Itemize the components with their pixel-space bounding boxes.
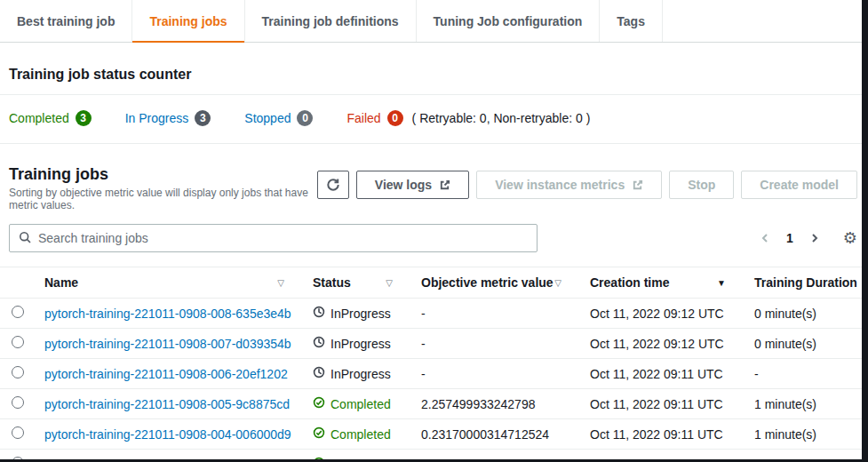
search-input[interactable]	[38, 231, 528, 245]
screen-edge-right	[862, 0, 868, 462]
training-duration: 1 minute(s)	[745, 389, 868, 419]
search-icon	[19, 231, 31, 246]
header-creation-time[interactable]: Creation time ▼	[581, 267, 745, 299]
header-status[interactable]: Status ▽	[304, 267, 412, 299]
metric-value: 0.23170000314712524	[412, 419, 581, 450]
clock-icon	[313, 306, 325, 321]
status-stopped-link[interactable]: Stopped 0	[244, 110, 313, 126]
table-row: pytorch-training-221011-0908-005-9c8875c…	[0, 389, 868, 419]
row-radio[interactable]	[12, 306, 24, 318]
settings-gear-icon[interactable]: ⚙	[843, 230, 857, 246]
status-inprogress-badge: 3	[195, 110, 211, 126]
clock-icon	[313, 366, 325, 381]
panel-title: Training jobs	[9, 165, 317, 184]
training-duration: -	[745, 359, 868, 389]
tab-best-training-job[interactable]: Best training job	[0, 0, 132, 42]
status-completed-label: Completed	[9, 111, 69, 125]
tab-tags[interactable]: Tags	[600, 0, 663, 42]
table-header-row: Name ▽ Status ▽ Objective metric value ▽…	[0, 267, 868, 299]
external-link-icon	[439, 179, 450, 191]
sort-descending-icon[interactable]: ▼	[717, 278, 726, 288]
status-failed-group: Failed 0 ( Retryable: 0, Non-retryable: …	[346, 110, 590, 126]
creation-time: Oct 11, 2022 09:11 UTC	[581, 359, 745, 389]
filter-icon[interactable]: ▽	[386, 278, 393, 288]
row-radio[interactable]	[12, 396, 24, 409]
table-row: pytorch-training-221011-0908-007-d039354…	[0, 329, 868, 359]
training-jobs-table: Name ▽ Status ▽ Objective metric value ▽…	[0, 267, 868, 462]
view-instance-metrics-button[interactable]: View instance metrics	[476, 171, 662, 199]
job-name-link[interactable]: pytorch-training-221011-0908-006-20ef120…	[44, 367, 288, 381]
creation-time: Oct 11, 2022 09:12 UTC	[581, 299, 745, 329]
panel-actions: View logs View instance metrics Stop Cre…	[317, 171, 857, 199]
external-link-icon	[632, 179, 643, 191]
table-row: pytorch-training-221011-0908-006-20ef120…	[0, 359, 868, 389]
job-name-link[interactable]: pytorch-training-221011-0908-004-006000d…	[44, 427, 291, 442]
table-row: pytorch-training-221011-0908-004-006000d…	[0, 419, 868, 450]
creation-time: Oct 11, 2022 09:11 UTC	[581, 389, 745, 419]
status-text: InProgress	[330, 307, 391, 321]
tab-training-jobs[interactable]: Training jobs	[132, 0, 244, 42]
pagination: 1 ⚙	[758, 230, 857, 246]
status-failed-link[interactable]: Failed 0	[346, 110, 402, 126]
status-failed-detail: ( Retryable: 0, Non-retryable: 0 )	[412, 111, 591, 125]
job-name-link[interactable]: pytorch-training-221011-0908-008-635e3e4…	[44, 307, 291, 321]
job-name-link[interactable]: pytorch-training-221011-0908-005-9c8875c…	[44, 397, 290, 411]
training-duration: 0 minute(s)	[745, 329, 868, 359]
status-counter-title: Training job status counter	[0, 43, 868, 94]
check-circle-icon	[313, 396, 325, 411]
status-counter-section: Training job status counter Completed 3 …	[0, 43, 868, 144]
refresh-button[interactable]	[317, 171, 349, 199]
check-circle-icon	[313, 426, 325, 442]
row-radio[interactable]	[12, 426, 24, 439]
tab-tuning-job-configuration[interactable]: Tuning Job configuration	[417, 0, 601, 42]
row-radio[interactable]	[12, 366, 24, 378]
filter-icon[interactable]: ▽	[277, 278, 284, 288]
training-duration: 0 minute(s)	[745, 299, 868, 329]
filter-icon[interactable]: ▽	[554, 278, 561, 288]
status-inprogress-label: In Progress	[125, 111, 189, 125]
status-text: Completed	[330, 397, 391, 411]
status-counter-row: Completed 3 In Progress 3 Stopped 0 Fail…	[0, 95, 868, 143]
stop-button[interactable]: Stop	[669, 171, 734, 199]
metric-value: -	[412, 359, 581, 389]
header-training-duration[interactable]: Training Duration	[745, 267, 868, 299]
header-objective-metric[interactable]: Objective metric value ▽	[412, 267, 581, 299]
training-duration: 1 minute(s)	[745, 419, 868, 450]
clock-icon	[313, 336, 325, 351]
status-stopped-label: Stopped	[244, 111, 291, 125]
status-text: Completed	[330, 427, 391, 442]
creation-time: Oct 11, 2022 09:12 UTC	[581, 329, 745, 359]
status-stopped-badge: 0	[297, 110, 313, 126]
table-row: pytorch-training-221011-0908-008-635e3e4…	[0, 299, 868, 329]
status-completed-link[interactable]: Completed 3	[9, 110, 92, 126]
status-text: InProgress	[330, 367, 391, 381]
status-completed-badge: 3	[76, 110, 92, 126]
training-jobs-panel: Training jobs Sorting by objective metri…	[0, 144, 868, 462]
refresh-icon	[326, 178, 340, 192]
creation-time: Oct 11, 2022 09:11 UTC	[581, 419, 745, 450]
status-inprogress-link[interactable]: In Progress 3	[125, 110, 211, 126]
status-failed-label: Failed	[346, 111, 380, 125]
metric-value: -	[412, 299, 581, 329]
tab-training-job-definitions[interactable]: Training job definitions	[245, 0, 417, 42]
status-text: InProgress	[330, 337, 391, 351]
row-radio[interactable]	[12, 336, 24, 348]
next-page-button[interactable]	[808, 231, 822, 245]
search-box	[9, 224, 538, 252]
previous-page-button[interactable]	[758, 231, 772, 245]
metric-value: -	[412, 329, 581, 359]
job-name-link[interactable]: pytorch-training-221011-0908-007-d039354…	[44, 337, 291, 351]
header-name[interactable]: Name ▽	[36, 267, 304, 299]
metric-value: 2.257499933242798	[412, 389, 581, 419]
panel-heading-block: Training jobs Sorting by objective metri…	[9, 165, 317, 211]
panel-subtitle: Sorting by objective metric value will d…	[9, 187, 317, 211]
view-logs-button[interactable]: View logs	[356, 171, 469, 199]
create-model-button[interactable]: Create model	[741, 171, 857, 199]
header-select	[0, 267, 36, 299]
current-page[interactable]: 1	[786, 231, 793, 245]
status-failed-badge: 0	[387, 110, 403, 126]
tab-bar: Best training job Training jobs Training…	[0, 0, 868, 43]
